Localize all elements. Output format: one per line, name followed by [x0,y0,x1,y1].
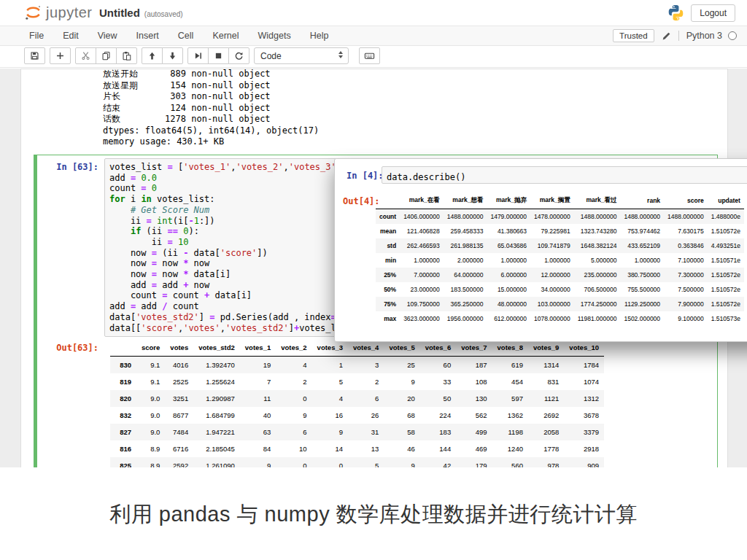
table-row: 8199.125251.25562472529331084548311074 [110,373,604,390]
table-cell: 1488.000000 [664,209,708,225]
table-cell: 1.947221 [193,424,240,440]
table-cell: 9 [276,407,311,424]
table-cell: 9.1 [136,373,165,390]
table-cell: 34.000000 [530,282,574,297]
table-cell: 454 [492,373,528,390]
table-cell: 1.261090 [193,457,240,467]
table-cell: 1.392470 [193,357,240,374]
table-row: max3623.0000001956.000000612.0000001078.… [376,311,744,326]
table-row: 25%7.00000064.0000006.00000012.000000235… [376,268,744,282]
table-cell: 1406.000000 [400,209,444,225]
table-cell: 706.500000 [574,282,621,297]
table-cell: 1479.000000 [487,209,530,225]
table-cell: 612.000000 [487,311,530,326]
copy-button[interactable] [96,47,117,64]
table-cell: 1648.382124 [574,238,621,253]
table-cell: 26 [348,407,384,424]
menu-item-view[interactable]: View [98,31,117,41]
menu-item-help[interactable]: Help [310,31,329,41]
table-cell: 1074 [564,373,604,390]
paste-button[interactable] [116,47,137,64]
table-cell: 7.300000 [664,268,708,282]
table-cell: 978 [528,457,564,467]
table-cell: 20 [384,390,419,407]
info-count: 1278 [158,114,186,125]
table-cell: 46 [384,440,419,457]
table-cell: 560 [492,457,528,467]
menu-item-file[interactable]: File [29,31,44,41]
move-down-button[interactable] [162,47,183,64]
stop-icon [214,51,223,61]
table-cell: 1198 [492,424,528,440]
info-column-label: 话数 [103,114,158,125]
copy-icon [101,51,111,61]
table-cell: 65.043686 [487,238,530,253]
table-cell: 5 [348,457,384,467]
index-header [110,339,136,357]
menubar-right: Trusted Python 3 [613,29,737,42]
info-footer-line: dtypes: float64(5), int64(14), object(17… [103,125,319,137]
menu-item-edit[interactable]: Edit [63,31,79,41]
table-cell: 58 [384,424,419,440]
table-cell: 6716 [165,440,193,457]
row-index: 819 [110,373,136,390]
toolbar-button-group [142,47,183,64]
menu-item-widgets[interactable]: Widgets [258,31,291,41]
table-cell: 1.510571e [708,253,744,268]
menu-item-insert[interactable]: Insert [136,31,159,41]
table-cell: 1.510572e [708,297,744,311]
table-cell: 31 [348,424,384,440]
menu-item-kernel[interactable]: Kernel [212,31,239,41]
add-cell-button[interactable] [50,47,71,64]
table-cell: 1.510572e [708,268,744,282]
table-cell: 6 [276,424,311,440]
trusted-button[interactable]: Trusted [613,29,654,42]
paste-icon [122,51,131,61]
table-cell: 3678 [564,407,604,424]
cut-button[interactable] [75,47,96,64]
cell-type-select[interactable]: Code [254,47,349,64]
table-cell: 2.000000 [444,253,487,268]
column-header: updatet [708,192,744,209]
table-cell: 9.0 [136,390,165,407]
run-button[interactable] [187,47,209,64]
table-cell: 4016 [165,357,193,374]
restart-button[interactable] [228,47,249,64]
jupyter-logo[interactable]: jupyter [24,4,93,22]
code-editor[interactable]: data.describe() [382,166,747,184]
save-button[interactable] [24,47,45,64]
info-column-label: 放送开始 [103,69,158,80]
info-dtype: non-null object [186,80,271,90]
stop-button[interactable] [208,47,229,64]
logout-button[interactable]: Logout [691,4,735,22]
menu-item-cell[interactable]: Cell [178,31,194,41]
table-cell: 7 [240,373,276,390]
table-cell: 4.493251e [708,238,744,253]
table-cell: 9.0 [136,424,165,440]
table-cell: 433.652109 [620,238,664,253]
table-row: min1.0000002.0000001.0000001.0000005.000… [376,253,744,268]
table-cell: 2 [276,373,311,390]
table-cell: 41.380663 [487,224,530,238]
output-prompt: Out[4]: [343,196,380,206]
notebook-title[interactable]: Untitled [99,7,140,19]
info-count: 303 [158,91,186,103]
table-row: 50%23.000000183.50000015.00000034.000000… [376,282,744,297]
move-up-button[interactable] [142,47,163,64]
table-cell: 4 [312,390,348,407]
toolbar-button-group [75,47,137,64]
info-column-label: 片长 [103,91,158,103]
output-prompt: Out[63]: [39,343,98,353]
toolbar-button-group [50,47,71,64]
table-cell: 144 [420,440,456,457]
column-header: votes [165,339,193,357]
command-palette-button[interactable] [359,47,380,64]
slide-caption: 利用 pandas 与 numpy 数学库处理数据并进行统计计算 [0,500,747,529]
table-cell: 262.466593 [400,238,444,253]
info-line: 话数1278 non-null object [103,114,319,125]
row-index: 50% [376,282,400,297]
table-cell: 1.000000 [530,253,574,268]
table-cell: 3251 [165,390,193,407]
table-cell: 108 [456,373,492,390]
info-line: 片长303 non-null object [103,91,319,103]
